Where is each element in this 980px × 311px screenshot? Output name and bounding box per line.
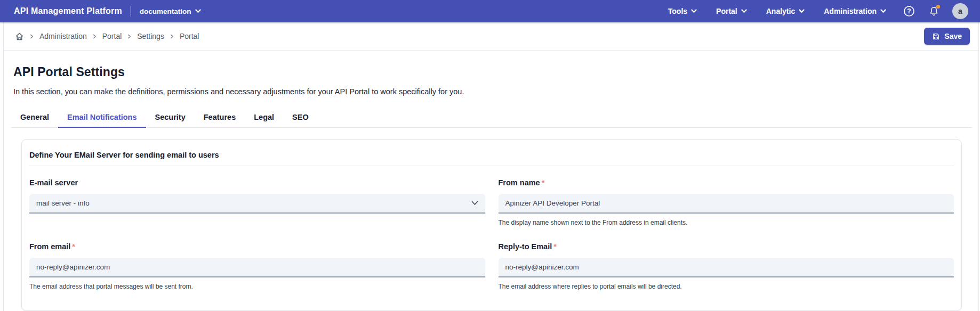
menu-administration[interactable]: Administration <box>816 3 894 20</box>
tab-security[interactable]: Security <box>146 108 195 127</box>
avatar-letter: a <box>958 7 962 15</box>
reply-to-email-label-text: Reply-to Email <box>499 242 552 251</box>
card-section-title: Define Your EMail Server for sending ema… <box>29 146 954 166</box>
save-button-label: Save <box>944 32 962 40</box>
required-asterisk: * <box>542 178 545 187</box>
email-server-card: Define Your EMail Server for sending ema… <box>21 139 962 311</box>
required-asterisk: * <box>72 242 75 251</box>
chevron-right-icon <box>127 34 132 39</box>
save-icon <box>932 32 940 40</box>
chevron-down-icon <box>195 9 201 13</box>
field-from-name: From name* The display name shown next t… <box>499 178 954 226</box>
field-from-email: From email* The email address that porta… <box>29 242 485 290</box>
from-email-helper: The email address that portal messages w… <box>29 283 485 290</box>
breadcrumb-item-portal[interactable]: Portal <box>102 32 122 40</box>
tab-email-notifications[interactable]: Email Notifications <box>58 108 146 127</box>
main-content: API Portal Settings In this section, you… <box>4 65 978 311</box>
from-email-label: From email* <box>29 242 485 251</box>
email-server-select[interactable]: mail server - info <box>29 194 485 214</box>
required-asterisk: * <box>553 242 557 251</box>
from-email-input[interactable] <box>29 258 485 277</box>
navbar-divider <box>131 6 131 17</box>
environment-label: documentation <box>140 7 191 15</box>
email-settings-form: E-mail server mail server - info From na… <box>29 178 954 290</box>
chevron-down-icon <box>691 9 697 13</box>
app-title: API Management Platform <box>14 6 122 16</box>
from-name-label: From name* <box>499 178 954 187</box>
help-button[interactable]: ? <box>900 2 918 20</box>
navbar-left: API Management Platform documentation <box>14 6 201 17</box>
menu-administration-label: Administration <box>824 7 877 15</box>
user-avatar[interactable]: a <box>952 3 968 19</box>
from-name-helper: The display name shown next to the From … <box>499 219 954 226</box>
menu-portal[interactable]: Portal <box>709 3 754 20</box>
from-name-input[interactable] <box>499 194 954 214</box>
home-icon[interactable] <box>15 32 24 41</box>
field-email-server: E-mail server mail server - info <box>29 178 485 226</box>
notification-badge <box>936 5 940 9</box>
chevron-down-icon <box>471 201 478 206</box>
reply-to-email-helper: The email address where replies to porta… <box>499 283 954 290</box>
content-sheet: Administration Portal Settings Portal Sa… <box>3 22 979 311</box>
environment-dropdown[interactable]: documentation <box>140 7 201 15</box>
tab-features[interactable]: Features <box>195 108 245 127</box>
page-description: In this section, you can make the defini… <box>13 87 972 96</box>
menu-tools-label: Tools <box>668 7 687 15</box>
menu-analytic[interactable]: Analytic <box>759 3 812 20</box>
page-title: API Portal Settings <box>13 65 972 79</box>
chevron-down-icon <box>799 9 805 13</box>
chevron-right-icon <box>29 34 34 39</box>
menu-tools[interactable]: Tools <box>661 3 704 20</box>
email-server-label: E-mail server <box>29 178 485 187</box>
breadcrumb-bar: Administration Portal Settings Portal Sa… <box>4 22 978 51</box>
from-name-label-text: From name <box>499 178 540 187</box>
help-icon: ? <box>903 5 915 17</box>
reply-to-email-label: Reply-to Email* <box>499 242 954 251</box>
from-email-label-text: From email <box>29 242 70 251</box>
reply-to-email-input[interactable] <box>499 258 954 277</box>
settings-tabs: General Email Notifications Security Fea… <box>11 108 972 128</box>
email-server-selected-value: mail server - info <box>36 199 90 207</box>
breadcrumb-item-administration[interactable]: Administration <box>39 32 87 40</box>
chevron-down-icon <box>880 9 886 13</box>
svg-text:?: ? <box>907 7 911 15</box>
tab-general[interactable]: General <box>11 108 58 127</box>
field-reply-to-email: Reply-to Email* The email address where … <box>499 242 954 290</box>
chevron-right-icon <box>92 34 97 39</box>
breadcrumb: Administration Portal Settings Portal <box>15 32 199 41</box>
save-button[interactable]: Save <box>924 28 970 45</box>
top-navbar: API Management Platform documentation To… <box>0 0 980 22</box>
notifications-button[interactable] <box>925 2 943 20</box>
chevron-down-icon <box>741 9 747 13</box>
menu-portal-label: Portal <box>716 7 737 15</box>
tab-legal[interactable]: Legal <box>245 108 283 127</box>
menu-analytic-label: Analytic <box>766 7 795 15</box>
tab-seo[interactable]: SEO <box>283 108 318 127</box>
breadcrumb-item-settings[interactable]: Settings <box>137 32 164 40</box>
breadcrumb-item-portal-page[interactable]: Portal <box>180 32 199 40</box>
navbar-right: Tools Portal Analytic Administration ? <box>661 2 968 20</box>
chevron-right-icon <box>170 34 174 39</box>
